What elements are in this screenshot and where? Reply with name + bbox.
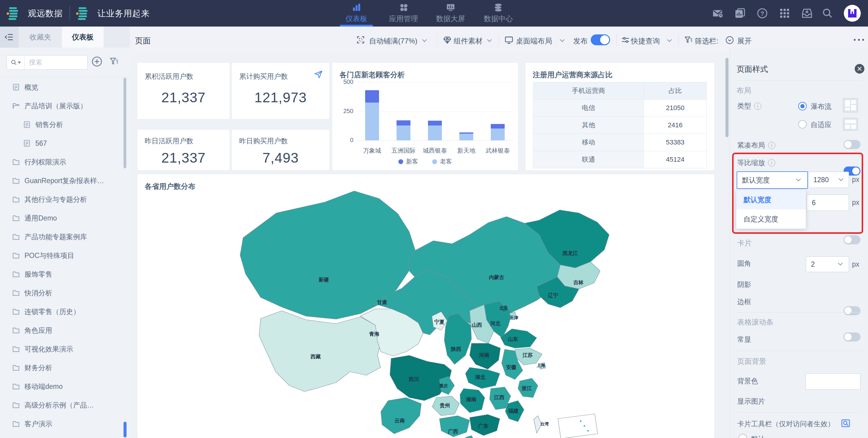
bar-segment-new[interactable] [459, 132, 473, 134]
canvas-scrollbar-thumb[interactable] [725, 58, 728, 137]
waterfall-label[interactable]: 瀑布流 [811, 102, 832, 111]
preview-icon[interactable] [841, 419, 850, 428]
layout-mode-dropdown[interactable]: 桌面端布局 [516, 36, 552, 46]
mail-clock-icon[interactable] [712, 8, 723, 19]
kpi-card[interactable]: 昨日购买用户数 7,493 [232, 130, 329, 170]
panel-close-button[interactable] [855, 64, 864, 74]
zoom-mode-dropdown[interactable]: 自动铺满(77%) [369, 36, 417, 46]
chart-legend[interactable]: 新客老客 [332, 158, 518, 166]
bar-segment-old[interactable] [428, 126, 442, 140]
sidebar-tab-favorites[interactable]: 收藏夹 [19, 27, 62, 48]
kpi-card[interactable]: 昨日活跃用户数 21,337 [137, 130, 229, 170]
sidebar-item[interactable]: 服饰零售 [0, 265, 123, 283]
dropdown-option-custom-width[interactable]: 自定义宽度 [736, 209, 806, 229]
sidebar-item[interactable]: 销售分析 [0, 115, 123, 134]
info-icon[interactable] [768, 142, 775, 149]
apps-grid-icon[interactable] [779, 8, 790, 19]
caret-down-icon [667, 38, 671, 42]
sidebar-item[interactable]: 567 [0, 134, 123, 153]
province-shapes[interactable] [240, 191, 609, 438]
default-option-label[interactable]: 默认 [751, 434, 765, 438]
sidebar-item[interactable]: GuanReport复杂报表样… [0, 171, 123, 190]
table-row[interactable]: 其他2416 [533, 117, 707, 134]
user-avatar[interactable] [844, 5, 861, 22]
share-plane-icon[interactable] [313, 69, 323, 79]
nav-tab-dashboard[interactable]: 仪表板 [334, 0, 379, 27]
sidebar-item[interactable]: 移动端demo [0, 377, 123, 396]
sidebar-item[interactable]: 产品培训（展示版） [0, 97, 123, 115]
bar-segment-old[interactable] [397, 126, 410, 140]
bar-segment-old[interactable] [491, 129, 505, 140]
radio-waterfall[interactable] [798, 102, 807, 110]
nav-tab-bigscreen[interactable]: 数据大屏 [428, 0, 473, 27]
bg-color-swatch[interactable] [805, 373, 861, 390]
bar-segment-old[interactable] [459, 134, 473, 140]
sidebar-collapse-button[interactable] [0, 27, 19, 48]
china-choropleth-map[interactable]: 新疆甘肃青海西藏内蒙古黑龙江吉林辽宁北京天津河北山西山东宁夏陕西河南江苏安徽上海… [137, 174, 714, 438]
dropdown-option-default-width[interactable]: 默认宽度 [736, 190, 806, 209]
widget-material-dropdown[interactable]: 组件素材 [454, 36, 483, 46]
bar-segment-new[interactable] [428, 121, 442, 125]
compact-layout-toggle[interactable] [843, 140, 861, 149]
search-icon[interactable] [822, 8, 833, 19]
search-scope-dropdown[interactable] [7, 56, 25, 69]
sidebar-item[interactable]: 其他行业与专题分析 [0, 190, 123, 209]
info-icon[interactable] [768, 159, 775, 167]
bar-segment-new[interactable] [397, 121, 410, 126]
circle-chevron-down-icon[interactable] [725, 36, 734, 44]
report-icon[interactable] [735, 8, 745, 19]
expand-button[interactable]: 展开 [737, 36, 752, 46]
nav-tab-apps[interactable]: 应用管理 [381, 0, 426, 27]
legend-item[interactable]: 老客 [432, 158, 452, 166]
bar-segment-new[interactable] [365, 90, 379, 103]
table-row[interactable]: 联通45124 [533, 151, 707, 168]
table-row[interactable]: 移动53383 [533, 134, 707, 151]
info-icon[interactable] [754, 103, 762, 110]
sidebar-item[interactable]: 财务分析 [0, 358, 123, 377]
shadow-toggle[interactable] [843, 306, 861, 315]
adaptive-label[interactable]: 自适应 [811, 120, 832, 129]
help-icon[interactable]: ? [757, 8, 768, 19]
gap-input[interactable]: 6 [807, 195, 849, 211]
scale-sub-toggle[interactable] [843, 235, 861, 244]
bar-segment-new[interactable] [491, 124, 505, 129]
quick-query-dropdown[interactable]: 快捷查询 [631, 36, 660, 46]
map-card[interactable]: 各省用户数分布 [137, 174, 714, 438]
kpi-card[interactable]: 累积活跃用户数 21,337 [137, 63, 229, 119]
sidebar-item[interactable]: 概览 [0, 78, 123, 97]
sidebar-item[interactable]: 可视化效果演示 [0, 340, 123, 358]
border-toggle[interactable] [843, 332, 861, 341]
nav-tab-datacenter[interactable]: 数据中心 [476, 0, 521, 27]
more-actions-button[interactable] [853, 37, 865, 42]
table-card[interactable]: 注册用户运营商来源占比 手机运营商占比电信21050其他2416移动53383联… [526, 63, 714, 170]
sidebar-item[interactable]: 快消分析 [0, 283, 123, 302]
table-row[interactable]: 电信21050 [533, 100, 707, 117]
sidebar-item[interactable]: POC与特殊项目 [0, 246, 123, 265]
sidebar-item[interactable]: 通用Demo [0, 209, 123, 228]
sidebar-tab-dashboards[interactable]: 仪表板 [62, 27, 103, 48]
publish-toggle[interactable] [591, 34, 610, 45]
radio-adaptive[interactable] [798, 120, 807, 129]
width-mode-select[interactable]: 默认宽度 [737, 171, 808, 189]
add-button[interactable] [92, 56, 102, 67]
sidebar-item[interactable]: 连锁零售（历史） [0, 302, 123, 321]
bar-segment-old[interactable] [365, 103, 379, 140]
legend-item[interactable]: 新客 [398, 158, 418, 166]
sidebar-item[interactable]: 角色应用 [0, 321, 123, 340]
bar-chart-card[interactable]: 各门店新老顾客分析 5002500 新客老客 万象城五洲国际城西银泰新天地武林银… [332, 63, 518, 170]
width-value-select[interactable]: 1280 [808, 172, 849, 188]
search-input[interactable]: 搜索 [25, 58, 42, 67]
sidebar-item[interactable]: 行列权限演示 [0, 153, 123, 171]
sidebar-item[interactable]: 产品功能专题案例库 [0, 228, 123, 246]
filter-button[interactable] [109, 57, 119, 66]
radio-default[interactable] [738, 434, 747, 438]
inbox-download-icon[interactable] [802, 8, 812, 19]
kpi-card[interactable]: 累计购买用户数 121,973 [232, 63, 329, 119]
sidebar-scrollbar-thumb[interactable] [124, 78, 126, 168]
sidebar-item[interactable]: 高级分析示例（产品… [0, 396, 123, 414]
sidebar-item[interactable]: 客户演示 [0, 414, 123, 433]
sidebar-item-label: 高级分析示例（产品… [25, 401, 94, 410]
radius-select[interactable]: 2 [806, 257, 849, 272]
sidebar-scrollbar-thumb-active[interactable] [124, 422, 127, 437]
sidebar-search[interactable]: 搜索 [7, 55, 88, 70]
